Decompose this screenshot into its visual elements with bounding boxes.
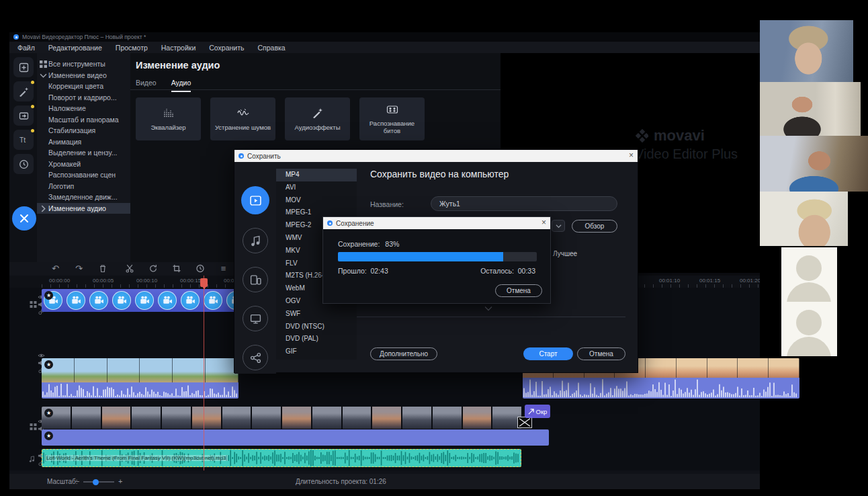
sidebar-item-label: Логотип <box>48 182 74 190</box>
chevron-down-icon <box>40 72 47 79</box>
sidebar-item-2[interactable]: Изменение видео <box>37 70 130 81</box>
crop-icon[interactable] <box>171 264 181 274</box>
sidebar-item-1[interactable]: Все инструменты <box>37 58 130 70</box>
avatar-placeholder <box>781 302 837 356</box>
more-tools-icon[interactable] <box>12 206 36 231</box>
sidebar-item-12[interactable]: Логотип <box>37 181 130 192</box>
playhead-line <box>204 276 204 470</box>
zoom-slider-knob[interactable] <box>93 479 99 485</box>
video-clip-left[interactable]: ★ <box>42 358 238 399</box>
tool-card-1[interactable]: Эквалайзер <box>136 97 201 140</box>
menu-item-2[interactable]: Редактирование <box>48 44 102 52</box>
advanced-button[interactable]: Дополнительно <box>370 347 437 360</box>
sidebar-item-9[interactable]: Выделение и цензу... <box>37 147 130 159</box>
film-strip-clip[interactable]: ★ <box>42 407 523 429</box>
upload-share-icon[interactable] <box>243 345 268 370</box>
format-item-swf[interactable]: SWF <box>276 308 357 321</box>
sidebar-item-5[interactable]: Наложение <box>37 103 130 114</box>
redo-icon[interactable]: ↷ <box>74 264 84 274</box>
zoom-slider[interactable] <box>83 481 114 483</box>
sidebar-item-13[interactable]: Замедленное движ... <box>37 192 130 203</box>
track2-eye-icon[interactable] <box>38 349 46 356</box>
sidebar-item-11[interactable]: Распознавание сцен <box>37 169 130 181</box>
format-item-dvd-ntsc-[interactable]: DVD (NTSC) <box>276 321 357 333</box>
tool-card-2[interactable]: Устранение шумов <box>210 97 275 140</box>
watermark-brand: movavi <box>654 127 705 144</box>
zoom-in-button[interactable]: + <box>118 477 122 485</box>
clip-properties-icon[interactable]: ≡ <box>218 264 228 274</box>
sidebar-item-label: Коррекция цвета <box>48 82 103 90</box>
tools-sidebar: Все инструментыИзменение видеоКоррекция … <box>37 53 130 295</box>
menu-item-6[interactable]: Справка <box>257 44 285 52</box>
stickers-icon[interactable] <box>13 154 34 174</box>
format-item-gif[interactable]: GIF <box>276 345 357 358</box>
clip-camera-icon <box>67 291 85 310</box>
video-thumbnail <box>75 358 107 382</box>
save-for-tv-icon[interactable] <box>243 306 268 331</box>
window-title: Movavi Видеоредактор Плюс – Новый проект… <box>22 34 146 40</box>
import-media-icon[interactable] <box>13 57 34 77</box>
delete-icon[interactable] <box>97 264 107 274</box>
undo-icon[interactable]: ↶ <box>50 264 60 274</box>
linked-audio-clip[interactable]: ★ <box>42 429 549 446</box>
start-button[interactable]: Старт <box>523 347 573 360</box>
track3-grid-icon[interactable] <box>30 421 38 427</box>
format-item-dvd-pal-[interactable]: DVD (PAL) <box>276 333 357 345</box>
cut-icon[interactable] <box>124 264 134 274</box>
sidebar-item-label: Масштаб и панорама <box>48 116 119 124</box>
elapsed-time: Прошло: 02:43 <box>338 267 388 275</box>
folder-dropdown-button[interactable] <box>552 220 565 232</box>
progress-dialog-title: Сохранение <box>336 220 374 227</box>
tab-audio[interactable]: Аудио <box>171 79 191 92</box>
sidebar-item-3[interactable]: Коррекция цвета <box>37 81 130 92</box>
menu-bar: ФайлРедактированиеПросмотрНастройкиСохра… <box>9 42 760 53</box>
playhead-marker[interactable] <box>200 278 208 287</box>
name-input[interactable] <box>431 196 617 211</box>
menu-item-4[interactable]: Настройки <box>161 44 196 52</box>
menu-item-5[interactable]: Сохранить <box>209 44 244 52</box>
equalizer-icon <box>160 107 177 120</box>
film-frame <box>252 407 282 429</box>
menu-item-3[interactable]: Просмотр <box>116 44 148 52</box>
sidebar-item-6[interactable]: Масштаб и панорама <box>37 114 130 126</box>
sidebar-item-14[interactable]: Изменение аудио <box>37 203 130 214</box>
track1-grid-icon[interactable] <box>30 298 38 305</box>
close-icon[interactable]: × <box>541 218 546 227</box>
progress-dialog-titlebar[interactable]: Сохранение × <box>323 217 550 229</box>
browse-button[interactable]: Обзор <box>572 220 617 233</box>
format-item-mp4[interactable]: MP4 <box>276 169 357 181</box>
menu-item-1[interactable]: Файл <box>17 44 35 52</box>
sidebar-item-4[interactable]: Поворот и кадриро... <box>37 92 130 104</box>
cancel-button[interactable]: Отмена <box>577 347 625 360</box>
sidebar-item-label: Изменение видео <box>48 71 107 79</box>
sidebar-item-7[interactable]: Стабилизация <box>37 125 130 136</box>
sidebar-item-8[interactable]: Анимация <box>37 136 130 148</box>
video-thumbnail <box>173 358 206 382</box>
save-dialog-titlebar[interactable]: Сохранить × <box>234 150 638 162</box>
film-frame <box>343 407 373 429</box>
filters-icon[interactable] <box>13 81 34 101</box>
titles-icon[interactable]: Tt <box>13 130 34 150</box>
favorite-star-badge: ★ <box>44 431 53 440</box>
format-item-avi[interactable]: AVI <box>276 181 357 194</box>
progress-cancel-button[interactable]: Отмена <box>495 284 542 297</box>
clip-speed-icon[interactable] <box>195 264 205 274</box>
save-for-devices-icon[interactable] <box>243 267 268 292</box>
zoom-out-button[interactable]: − <box>75 477 79 485</box>
transitions-icon[interactable] <box>13 106 34 126</box>
tab-video[interactable]: Видео <box>136 79 157 92</box>
app-titlebar: Movavi Видеоредактор Плюс – Новый проект… <box>9 32 760 42</box>
save-to-computer-icon[interactable] <box>241 186 269 214</box>
close-icon[interactable]: × <box>629 151 634 160</box>
tool-card-3[interactable]: Аудиоэффекты <box>285 97 350 140</box>
video-thumbnail <box>107 358 140 382</box>
clip-trim-handle[interactable] <box>517 417 532 428</box>
tool-card-4[interactable]: Распознавание битов <box>359 97 425 140</box>
format-item-mov[interactable]: MOV <box>276 194 357 207</box>
video-thumbnail <box>769 358 799 378</box>
music-audio-clip[interactable]: Lofi World - Aerith's Theme (From Final … <box>42 449 521 467</box>
rotate-icon[interactable] <box>148 264 158 274</box>
dialog-divider <box>357 317 625 317</box>
save-audio-icon[interactable] <box>243 228 268 253</box>
sidebar-item-10[interactable]: Хромакей <box>37 159 130 170</box>
